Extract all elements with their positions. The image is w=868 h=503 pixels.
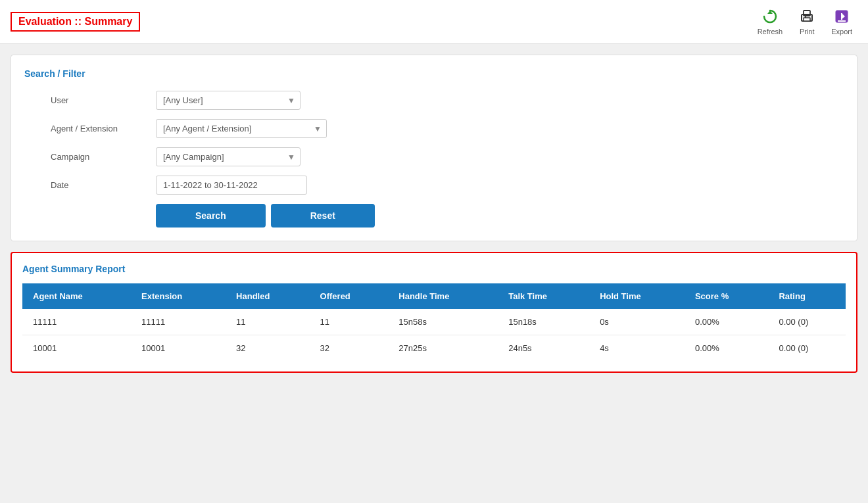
col-talk-time: Talk Time — [498, 283, 589, 309]
user-label: User — [24, 95, 156, 105]
date-label: Date — [24, 180, 156, 190]
user-row: User [Any User] ▼ — [24, 91, 844, 110]
col-rating: Rating — [768, 283, 846, 309]
agent-select[interactable]: [Any Agent / Extension] — [156, 119, 327, 138]
col-handled: Handled — [226, 283, 309, 309]
table-row: 1111111111111115n58s15n18s0s0.00%0.00 (0… — [22, 309, 846, 335]
refresh-label: Refresh — [758, 28, 783, 36]
search-button[interactable]: Search — [156, 204, 266, 228]
svg-rect-3 — [804, 18, 810, 21]
report-title: Agent Summary Report — [22, 264, 846, 274]
date-row: Date — [24, 176, 844, 195]
table-header: Agent Name Extension Handled Offered Han… — [22, 283, 846, 309]
table-row: 1000110001323227n25s24n5s4s0.00%0.00 (0) — [22, 335, 846, 362]
refresh-icon — [761, 8, 779, 26]
col-hold-time: Hold Time — [589, 283, 685, 309]
header: Evaluation :: Summary Refresh — [0, 0, 868, 44]
date-input[interactable] — [156, 176, 307, 195]
campaign-label: Campaign — [24, 152, 156, 162]
export-button[interactable]: Export — [826, 5, 857, 38]
export-label: Export — [831, 28, 852, 36]
user-select[interactable]: [Any User] — [156, 91, 301, 110]
print-button[interactable]: Print — [793, 5, 821, 38]
agent-select-wrapper: [Any Agent / Extension] ▼ — [156, 119, 327, 138]
print-icon — [798, 8, 815, 26]
agent-label: Agent / Extension — [24, 124, 156, 133]
page-title: Evaluation :: Summary — [11, 12, 140, 32]
table-body: 1111111111111115n58s15n18s0s0.00%0.00 (0… — [22, 309, 846, 361]
col-agent-name: Agent Name — [22, 283, 131, 309]
agent-row: Agent / Extension [Any Agent / Extension… — [24, 119, 844, 138]
refresh-button[interactable]: Refresh — [752, 5, 788, 38]
col-score-pct: Score % — [685, 283, 769, 309]
filter-title: Search / Filter — [24, 68, 844, 79]
col-offered: Offered — [310, 283, 389, 309]
reset-button[interactable]: Reset — [271, 204, 375, 228]
table-header-row: Agent Name Extension Handled Offered Han… — [22, 283, 846, 309]
content-area: Search / Filter User [Any User] ▼ Agent … — [0, 44, 868, 383]
report-table: Agent Name Extension Handled Offered Han… — [22, 283, 846, 361]
header-actions: Refresh Print — [752, 5, 857, 38]
user-select-wrapper: [Any User] ▼ — [156, 91, 301, 110]
button-row: Search Reset — [156, 204, 844, 228]
col-handle-time: Handle Time — [388, 283, 498, 309]
campaign-select[interactable]: [Any Campaign] — [156, 147, 301, 166]
print-label: Print — [800, 28, 815, 36]
campaign-row: Campaign [Any Campaign] ▼ — [24, 147, 844, 166]
svg-rect-4 — [805, 16, 806, 18]
campaign-select-wrapper: [Any Campaign] ▼ — [156, 147, 301, 166]
search-filter-panel: Search / Filter User [Any User] ▼ Agent … — [11, 55, 857, 241]
report-panel: Agent Summary Report Agent Name Extensio… — [11, 252, 857, 373]
col-extension: Extension — [131, 283, 226, 309]
export-icon — [833, 8, 850, 26]
